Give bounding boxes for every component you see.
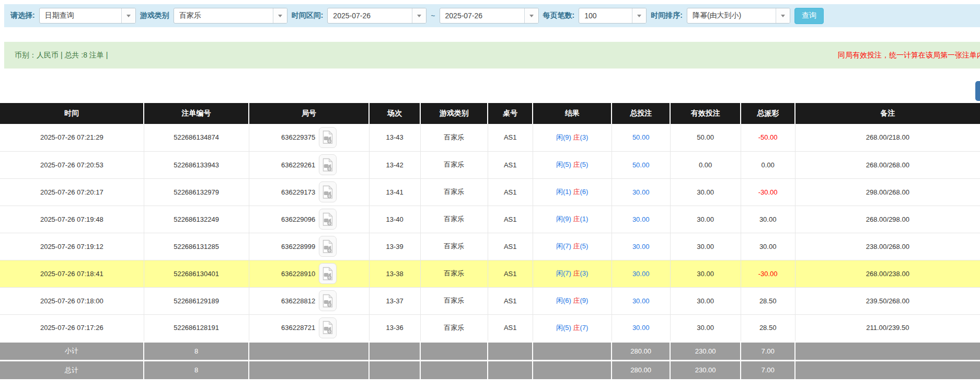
subtotal-label: 小计 xyxy=(0,342,144,360)
video-replay-button[interactable] xyxy=(319,154,337,175)
payout-cell: -30.00 xyxy=(741,178,795,206)
spacer xyxy=(0,69,980,103)
payout-cell: 30.00 xyxy=(741,206,795,233)
subtotal-empty xyxy=(249,342,369,360)
total-bet-cell[interactable]: 30.00 xyxy=(612,314,670,342)
video-replay-button[interactable] xyxy=(319,127,337,148)
header-payout: 总派彩 xyxy=(741,103,795,124)
result-cell: 闲(5) 庄(7) xyxy=(533,314,612,342)
chevron-down-icon[interactable] xyxy=(524,8,538,23)
video-icon xyxy=(322,267,333,281)
table-row: 2025-07-26 07:20:17522686132979636229173… xyxy=(0,178,980,206)
header-valid-bet: 有效投注 xyxy=(670,103,741,124)
video-replay-button[interactable] xyxy=(319,236,337,257)
banker-points: (7) xyxy=(580,324,589,332)
banker-result: 庄 xyxy=(573,133,580,141)
grandtotal-empty xyxy=(488,360,533,379)
round-number: 636229096 xyxy=(281,215,315,223)
round-number: 636228721 xyxy=(281,324,315,332)
video-replay-button[interactable] xyxy=(319,209,337,230)
header-session: 场次 xyxy=(369,103,420,124)
game-type-cell: 百家乐 xyxy=(420,178,488,206)
session-cell: 13-39 xyxy=(369,233,420,260)
bet-id-cell: 522686128191 xyxy=(144,314,249,342)
grandtotal-row: 总计8280.00230.007.00 xyxy=(0,360,980,379)
valid-bet-cell: 30.00 xyxy=(670,233,741,260)
bet-id-cell: 522686133943 xyxy=(144,151,249,178)
table-row: 2025-07-26 07:19:12522686131285636228999… xyxy=(0,233,980,260)
table-row: 2025-07-26 07:19:48522686132249636229096… xyxy=(0,206,980,233)
time-range-label: 时间区间: xyxy=(292,11,324,20)
chevron-down-icon[interactable] xyxy=(632,8,646,23)
chevron-down-icon[interactable] xyxy=(776,8,790,23)
video-replay-button[interactable] xyxy=(319,290,337,311)
table-no-cell: AS1 xyxy=(488,151,533,178)
video-replay-button[interactable] xyxy=(319,181,337,202)
table-row: 2025-07-26 07:21:29522686134874636229375… xyxy=(0,124,980,151)
total-bet-cell[interactable]: 50.00 xyxy=(612,151,670,178)
page-size-value: 100 xyxy=(579,8,632,23)
video-icon xyxy=(322,321,333,335)
subtotal-total-bet: 280.00 xyxy=(612,342,670,360)
header-remark: 备注 xyxy=(795,103,980,124)
query-type-dropdown[interactable]: 日期查询 xyxy=(39,8,136,24)
video-replay-button[interactable] xyxy=(319,317,337,338)
subtotal-empty xyxy=(795,342,980,360)
round-wrap: 636228910 xyxy=(281,263,337,284)
total-bet-cell[interactable]: 30.00 xyxy=(612,178,670,206)
valid-bet-cell: 30.00 xyxy=(670,287,741,314)
page-size-dropdown[interactable]: 100 xyxy=(579,8,647,24)
date-from-picker[interactable]: 2025-07-26 xyxy=(327,8,426,24)
header-bet-id: 注单编号 xyxy=(144,103,249,124)
table-footer: 小计8280.00230.007.00总计8280.00230.007.00 xyxy=(0,342,980,379)
round-cell: 636228910 xyxy=(249,260,369,287)
video-replay-button[interactable] xyxy=(319,263,337,284)
total-bet-cell[interactable]: 50.00 xyxy=(612,124,670,151)
total-bet-cell[interactable]: 30.00 xyxy=(612,233,670,260)
player-result: 闲(9) xyxy=(556,215,573,223)
partial-blue-button[interactable] xyxy=(975,81,980,101)
video-icon xyxy=(322,158,333,172)
time-sort-dropdown[interactable]: 降幂(由大到小) xyxy=(687,8,790,24)
round-wrap: 636228721 xyxy=(281,317,337,338)
grandtotal-valid-bet: 230.00 xyxy=(670,360,741,379)
subtotal-empty xyxy=(369,342,420,360)
game-type-dropdown[interactable]: 百家乐 xyxy=(174,8,287,24)
table-row: 2025-07-26 07:18:00522686129189636228812… xyxy=(0,287,980,314)
banker-points: (9) xyxy=(580,297,589,304)
round-wrap: 636229375 xyxy=(281,127,337,148)
remark-cell: 268.00/268.00 xyxy=(795,151,980,178)
remark-cell: 298.00/268.00 xyxy=(795,178,980,206)
total-bet-cell[interactable]: 30.00 xyxy=(612,260,670,287)
chevron-down-icon[interactable] xyxy=(273,8,287,23)
banker-result: 庄 xyxy=(573,161,580,168)
query-button[interactable]: 查询 xyxy=(794,8,824,24)
player-result: 闲(7) xyxy=(556,269,573,277)
chevron-down-icon[interactable] xyxy=(412,8,426,23)
header-result: 结果 xyxy=(533,103,612,124)
video-icon xyxy=(322,130,333,144)
round-wrap: 636228999 xyxy=(281,236,337,257)
date-to-picker[interactable]: 2025-07-26 xyxy=(440,8,539,24)
table-no-cell: AS1 xyxy=(488,314,533,342)
payout-cell: 0.00 xyxy=(741,151,795,178)
grandtotal-empty xyxy=(249,360,369,379)
total-bet-cell[interactable]: 30.00 xyxy=(612,287,670,314)
round-wrap: 636229096 xyxy=(281,209,337,230)
banker-points: (6) xyxy=(580,188,589,196)
banker-result: 庄 xyxy=(573,242,580,250)
banker-result: 庄 xyxy=(573,269,580,277)
player-result: 闲(5) xyxy=(556,324,573,332)
chevron-down-icon[interactable] xyxy=(121,8,135,23)
time-cell: 2025-07-26 07:19:12 xyxy=(0,233,144,260)
time-sort-value: 降幂(由大到小) xyxy=(687,8,776,23)
time-cell: 2025-07-26 07:20:53 xyxy=(0,151,144,178)
table-no-cell: AS1 xyxy=(488,178,533,206)
round-number: 636228910 xyxy=(281,270,315,278)
grandtotal-payout: 7.00 xyxy=(741,360,795,379)
subtotal-empty xyxy=(533,342,612,360)
bet-id-cell: 522686130401 xyxy=(144,260,249,287)
total-bet-cell[interactable]: 30.00 xyxy=(612,206,670,233)
round-number: 636229261 xyxy=(281,161,315,169)
payout-cell: 28.50 xyxy=(741,314,795,342)
